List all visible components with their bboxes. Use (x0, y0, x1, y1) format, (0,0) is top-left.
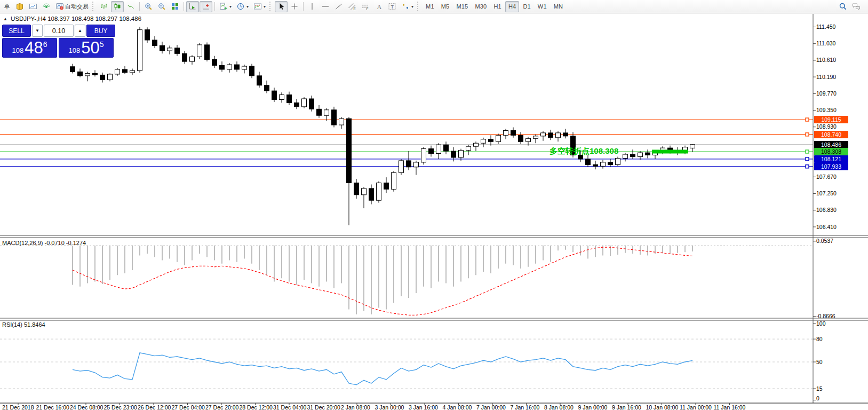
tile-icon (171, 2, 179, 11)
buy-button[interactable]: BUY (86, 25, 115, 37)
price-tick-label: 106.410 (816, 224, 837, 230)
price-badge: 108.121 (814, 155, 848, 163)
autotrading-icon (55, 2, 64, 11)
buy-price-display[interactable]: 108505 (59, 38, 114, 58)
time-tick-label: 27 Dec 04:00 (172, 404, 205, 410)
timeframe-mn-button[interactable]: MN (551, 1, 567, 12)
timeframe-w1-button[interactable]: W1 (535, 1, 550, 12)
timeframe-m30-button[interactable]: M30 (472, 1, 490, 12)
bars-icon (100, 2, 108, 11)
rsi-scale-label: 0 (816, 395, 819, 401)
market-watch-button[interactable] (13, 1, 26, 12)
terminal-window: 单自动交易▾▾▾EFAT▾M1M5M15M30H1H4D1W1MN ▲ USDJ… (0, 0, 868, 410)
toolbar-group-trade: 单自动交易 (1, 1, 91, 12)
time-tick-label: 3 Jan 16:00 (409, 404, 438, 410)
rsi-line (73, 353, 692, 385)
price-badge: 108.308 (814, 148, 848, 155)
toolbar-group-new: ▾▾▾ (217, 1, 268, 12)
chat-button[interactable] (850, 1, 863, 12)
template-icon (253, 2, 262, 11)
svg-text:F: F (367, 7, 369, 11)
equidistant-channel-button[interactable]: E (346, 1, 359, 12)
volume-decrease-button[interactable]: ▼ (32, 25, 43, 37)
text-label-button[interactable]: T (386, 1, 399, 12)
chart-shift-button[interactable] (200, 1, 212, 12)
vertical-line-button[interactable] (306, 1, 318, 12)
time-tick-label: 27 Dec 20:00 (205, 404, 238, 410)
autotrading-button[interactable]: 自动交易 (53, 1, 91, 12)
time-tick-label: 31 Dec 20:00 (307, 404, 340, 410)
new-order-button-label: 单 (4, 3, 10, 11)
sell-price-display[interactable]: 108486 (2, 38, 57, 58)
volume-input[interactable] (44, 25, 74, 37)
collapse-arrow-icon[interactable]: ▲ (3, 17, 7, 21)
volume-increase-button[interactable]: ▲ (75, 25, 85, 37)
timeframe-m15-button[interactable]: M15 (453, 1, 471, 12)
macd-scale-label: -0.8666 (816, 313, 835, 319)
timeframe-m30-button-label: M30 (475, 3, 487, 10)
timeframe-m1-button-label: M1 (426, 3, 434, 10)
arrows-icon (401, 2, 410, 11)
horizontal-line-button[interactable] (319, 1, 332, 12)
candles-icon (113, 2, 122, 11)
signal-icon (42, 2, 51, 11)
timeframe-m1-button[interactable]: M1 (423, 1, 437, 12)
chart-window-button[interactable] (27, 1, 39, 12)
time-tick-label: 3 Jan 00:00 (375, 404, 404, 410)
toolbar-group-objects: EFAT▾ (306, 1, 416, 12)
timeframe-h4-button[interactable]: H4 (505, 1, 519, 12)
chart-header: ▲ USDJPY-,H4 108.397 108.498 108.297 108… (3, 15, 141, 22)
tile-windows-button[interactable] (169, 1, 181, 12)
cursor-button[interactable] (275, 1, 288, 12)
price-tick-label: 106.830 (816, 207, 837, 213)
sell-price-big: 48 (25, 40, 43, 56)
chart-canvas[interactable] (0, 0, 868, 410)
candlestick-chart-button[interactable] (111, 1, 124, 12)
timeframe-w1-button-label: W1 (538, 3, 547, 10)
chat-icon (852, 2, 861, 11)
turning-point-annotation[interactable]: 多空转折点108.308 (550, 146, 618, 156)
text-button[interactable]: A (372, 1, 385, 12)
green-trend-segment[interactable] (652, 149, 688, 153)
timeframe-m5-button[interactable]: M5 (438, 1, 453, 12)
new-chart-button[interactable]: ▾ (217, 1, 234, 12)
templates-button[interactable]: ▾ (251, 1, 268, 12)
toolbar-group-right-tools (837, 1, 863, 12)
buy-price-sup: 5 (100, 40, 104, 49)
auto-scroll-button[interactable] (186, 1, 199, 12)
linech-icon (126, 2, 135, 11)
trendline-button[interactable] (332, 1, 345, 12)
time-tick-label: 21 Dec 2018 (2, 404, 34, 410)
new-order-button[interactable]: 单 (1, 1, 13, 12)
price-badge: 107.933 (814, 163, 848, 170)
time-tick-label: 11 Jan 16:00 (714, 404, 746, 410)
sell-price-prefix: 108 (12, 46, 24, 54)
timeframe-d1-button[interactable]: D1 (520, 1, 533, 12)
line-chart-button[interactable] (124, 1, 137, 12)
price-tick-label: 111.030 (816, 40, 835, 46)
sell-button[interactable]: SELL (2, 25, 31, 37)
timeframe-h4-button-label: H4 (508, 3, 516, 10)
bar-chart-button[interactable] (98, 1, 110, 12)
periodicity-button[interactable]: ▾ (234, 1, 251, 12)
price-badge: 109.115 (814, 116, 848, 123)
crosshair-button[interactable] (288, 1, 301, 12)
fibo-icon: F (361, 2, 370, 11)
time-tick-label: 9 Jan 00:00 (578, 404, 608, 410)
toolbar-separator (139, 2, 140, 11)
price-tick-label: 111.450 (816, 23, 835, 30)
fibonacci-button[interactable]: F (359, 1, 372, 12)
time-tick-label: 4 Jan 08:00 (443, 404, 472, 410)
signals-button[interactable] (40, 1, 53, 12)
time-tick-label: 8 Jan 08:00 (544, 404, 574, 410)
search-button[interactable] (837, 1, 849, 12)
chartwin-icon (29, 2, 37, 11)
zoom-out-button[interactable] (155, 1, 168, 12)
caret-down-icon: ▾ (264, 4, 266, 9)
timeframe-h1-button[interactable]: H1 (490, 1, 504, 12)
toolbar-group-cursor (275, 1, 301, 12)
zoom-in-button[interactable] (142, 1, 155, 12)
price-tick-label: 110.190 (816, 74, 836, 80)
hline-icon (321, 2, 330, 11)
arrows-button[interactable]: ▾ (399, 1, 416, 12)
